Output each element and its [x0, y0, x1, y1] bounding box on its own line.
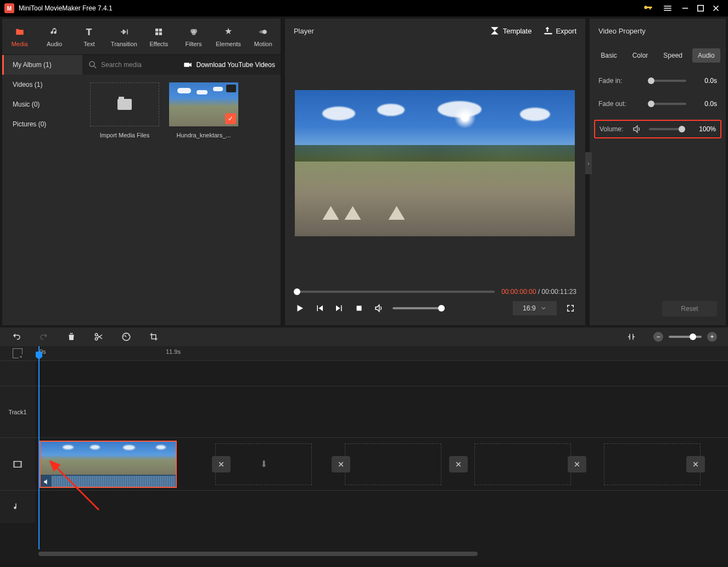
- timeline-clip[interactable]: [40, 441, 177, 488]
- titlebar: M MiniTool MovieMaker Free 7.4.1: [0, 0, 728, 16]
- playhead[interactable]: [38, 346, 40, 549]
- svg-rect-0: [682, 8, 688, 9]
- fade-in-slider[interactable]: [648, 80, 686, 82]
- undo-button[interactable]: [11, 331, 22, 342]
- folder-icon: [14, 26, 25, 37]
- template-icon: [490, 26, 500, 36]
- prop-tab-audio[interactable]: Audio: [692, 48, 720, 63]
- search-icon: [88, 60, 98, 70]
- app-icon: M: [4, 3, 14, 13]
- prop-tab-color[interactable]: Color: [627, 48, 654, 63]
- add-track-button[interactable]: [13, 348, 23, 358]
- download-youtube-link[interactable]: Download YouTube Videos: [183, 60, 275, 70]
- transition-slot-button[interactable]: [686, 456, 705, 472]
- import-media-tile[interactable]: Import Media Files: [90, 82, 159, 138]
- next-frame-button[interactable]: [333, 302, 345, 314]
- album-pictures[interactable]: Pictures (0): [2, 114, 82, 134]
- svg-rect-19: [14, 461, 15, 467]
- check-badge-icon: ✓: [225, 113, 236, 124]
- timeline: 0s 11.9s Track1 ⬇: [0, 346, 728, 560]
- motion-icon: [257, 26, 268, 37]
- template-button[interactable]: Template: [490, 26, 532, 36]
- clip-speaker-icon: [43, 478, 51, 486]
- player-viewport[interactable]: [295, 90, 575, 236]
- timeline-ruler[interactable]: 0s 11.9s: [35, 346, 728, 360]
- svg-point-8: [192, 31, 196, 35]
- maximize-button[interactable]: [693, 1, 708, 16]
- export-icon: [542, 26, 552, 36]
- fit-button[interactable]: [626, 331, 637, 342]
- media-panel: Media Audio Text Transition Effects Filt…: [2, 19, 281, 325]
- prop-tab-basic[interactable]: Basic: [595, 48, 622, 63]
- stop-button[interactable]: [353, 302, 365, 314]
- tab-filters[interactable]: Filters: [176, 19, 211, 54]
- transition-slot-button[interactable]: [568, 456, 586, 472]
- minimize-button[interactable]: [677, 1, 693, 16]
- split-button[interactable]: [93, 331, 104, 342]
- effects-icon: [153, 26, 164, 37]
- tab-effects[interactable]: Effects: [142, 19, 176, 54]
- svg-rect-20: [20, 461, 21, 467]
- zoom-out-button[interactable]: −: [653, 332, 663, 342]
- fade-out-slider[interactable]: [648, 103, 686, 105]
- track-label: Track1: [0, 386, 35, 437]
- prev-frame-button[interactable]: [313, 302, 326, 314]
- close-button[interactable]: [708, 1, 724, 16]
- redo-button[interactable]: [38, 331, 49, 342]
- volume-prop-slider[interactable]: [649, 128, 685, 130]
- download-icon: ⬇: [260, 459, 267, 469]
- reset-button[interactable]: Reset: [662, 301, 717, 316]
- svg-rect-13: [184, 63, 190, 67]
- album-my-album[interactable]: My Album (1): [2, 55, 82, 75]
- panel-expand-handle[interactable]: ›: [585, 152, 592, 174]
- tab-transition[interactable]: Transition: [107, 19, 141, 54]
- elements-icon: [223, 26, 234, 37]
- album-videos[interactable]: Videos (1): [2, 75, 82, 94]
- export-button[interactable]: Export: [542, 26, 576, 36]
- svg-rect-3: [159, 29, 162, 31]
- svg-rect-1: [698, 5, 704, 12]
- album-music[interactable]: Music (0): [2, 94, 82, 114]
- svg-rect-14: [356, 306, 361, 311]
- tab-elements[interactable]: Elements: [211, 19, 245, 54]
- volume-slider[interactable]: [393, 307, 445, 309]
- progress-slider[interactable]: [294, 291, 495, 293]
- import-folder-icon: [117, 99, 132, 110]
- delete-button[interactable]: [66, 331, 77, 342]
- play-button[interactable]: [294, 302, 306, 314]
- svg-rect-4: [155, 32, 158, 35]
- crop-button[interactable]: [148, 331, 159, 342]
- player-panel: Player Template Export ›: [285, 19, 585, 325]
- svg-rect-5: [159, 32, 162, 35]
- fullscreen-button[interactable]: [564, 302, 576, 314]
- tab-motion[interactable]: Motion: [246, 19, 281, 54]
- license-key-icon[interactable]: [640, 1, 656, 16]
- menu-icon[interactable]: [660, 1, 675, 16]
- media-thumbnail[interactable]: ✓ Hundra_knektars_...: [169, 82, 238, 138]
- aspect-ratio-select[interactable]: 16:9: [513, 301, 557, 315]
- empty-clip-slot[interactable]: [474, 443, 571, 485]
- prop-tab-speed[interactable]: Speed: [658, 48, 688, 63]
- timeline-scrollbar[interactable]: [38, 552, 478, 556]
- audio-track-icon: [0, 491, 35, 523]
- chevron-down-icon: [540, 305, 547, 312]
- zoom-in-button[interactable]: +: [707, 332, 717, 342]
- time-display: 00:00:00:00 / 00:00:11:23: [501, 288, 576, 296]
- search-input[interactable]: Search media: [88, 60, 142, 70]
- svg-point-12: [89, 62, 94, 66]
- transition-slot-button[interactable]: [449, 456, 468, 472]
- fade-out-row: Fade out: 0.0s: [594, 97, 721, 111]
- zoom-slider[interactable]: [669, 336, 702, 338]
- tab-media[interactable]: Media: [2, 19, 37, 54]
- property-title: Video Property: [598, 27, 646, 35]
- tab-audio[interactable]: Audio: [37, 19, 71, 54]
- speed-button[interactable]: [121, 331, 132, 342]
- tab-text[interactable]: Text: [72, 19, 107, 54]
- transition-slot-button[interactable]: [212, 456, 231, 472]
- empty-clip-slot[interactable]: [345, 443, 441, 485]
- svg-rect-2: [155, 29, 158, 31]
- speaker-icon[interactable]: [631, 124, 642, 134]
- volume-icon[interactable]: [373, 302, 385, 314]
- svg-point-11: [259, 30, 262, 33]
- transition-slot-button[interactable]: [332, 456, 350, 472]
